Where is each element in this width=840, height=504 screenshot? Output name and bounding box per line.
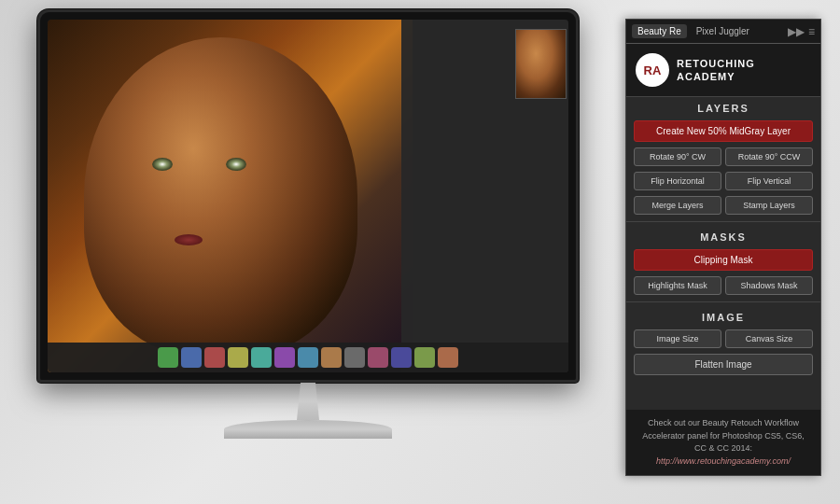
thumbnail-photo <box>515 29 567 99</box>
layers-masks-divider <box>626 221 820 222</box>
logo-initials: RA <box>636 53 669 87</box>
eye-right <box>226 158 246 171</box>
dock-icon-7[interactable] <box>298 347 318 368</box>
create-midgray-button[interactable]: Create New 50% MidGray Layer <box>634 120 813 142</box>
portrait-face <box>84 37 357 355</box>
merge-layers-button[interactable]: Merge Layers <box>634 196 721 215</box>
portrait-area <box>48 20 413 372</box>
panel-logo: RA RETOUCHING ACADEMY <box>626 44 820 97</box>
highlights-shadows-row: Highlights Mask Shadows Mask <box>634 276 813 295</box>
image-canvas-row: Image Size Canvas Size <box>634 329 813 348</box>
rotate-buttons-row: Rotate 90° CW Rotate 90° CCW <box>634 147 813 166</box>
flip-buttons-row: Flip Horizontal Flip Vertical <box>634 172 813 190</box>
logo-name: RETOUCHING <box>677 57 755 70</box>
stamp-layers-button[interactable]: Stamp Layers <box>725 196 813 215</box>
image-section-header: IMAGE <box>626 306 820 327</box>
eye-left <box>152 158 173 171</box>
dock-icon-6[interactable] <box>274 347 295 368</box>
dock-icon-11[interactable] <box>391 347 412 368</box>
right-panel: Beauty Re Pixel Juggler ▶▶ ≡ RA RETOUCHI… <box>625 19 821 476</box>
dock-icon-3[interactable] <box>204 347 225 368</box>
dock-icon-5[interactable] <box>251 347 272 368</box>
dock-icon-4[interactable] <box>228 347 248 368</box>
canvas-size-button[interactable]: Canvas Size <box>725 329 813 348</box>
tab-beauty-retouch[interactable]: Beauty Re <box>632 24 687 38</box>
highlights-mask-button[interactable]: Highlights Mask <box>634 276 721 295</box>
panel-tab-arrows-icon[interactable]: ▶▶ <box>788 25 805 38</box>
dock-icon-8[interactable] <box>321 347 342 368</box>
dock-icon-13[interactable] <box>438 347 458 368</box>
masks-section-header: MASKS <box>626 226 820 246</box>
dock-icon-9[interactable] <box>344 347 365 368</box>
footer-line2: Accelerator panel for Photoshop CS5, CS6… <box>642 431 805 441</box>
monitor-base <box>224 420 392 439</box>
dock-icon-1[interactable] <box>158 347 178 368</box>
panel-tabs: Beauty Re Pixel Juggler ▶▶ ≡ <box>626 20 820 44</box>
panel-tab-menu-icon[interactable]: ≡ <box>808 25 815 38</box>
flatten-image-button[interactable]: Flatten Image <box>634 354 813 375</box>
monitor-wrapper <box>28 9 588 467</box>
logo-academy: ACADEMY <box>677 70 755 83</box>
mac-taskbar <box>48 343 568 372</box>
footer-link[interactable]: http://www.retouchingacademy.com/ <box>656 456 791 466</box>
monitor-bezel <box>40 12 576 380</box>
panel-footer: Check out our Beauty Retouch Workflow Ac… <box>626 410 820 475</box>
dock-icon-10[interactable] <box>368 347 388 368</box>
page-container: Beauty Re Pixel Juggler ▶▶ ≡ RA RETOUCHI… <box>0 0 840 504</box>
flip-horizontal-button[interactable]: Flip Horizontal <box>634 172 721 190</box>
footer-line3: CC & CC 2014: <box>694 443 752 453</box>
rotate-cw-button[interactable]: Rotate 90° CW <box>634 147 721 166</box>
ps-ui-overlay <box>401 20 568 372</box>
flip-vertical-button[interactable]: Flip Vertical <box>725 172 813 190</box>
merge-stamp-row: Merge Layers Stamp Layers <box>634 196 813 215</box>
tab-pixel-juggler[interactable]: Pixel Juggler <box>691 24 755 38</box>
shadows-mask-button[interactable]: Shadows Mask <box>725 276 813 295</box>
dock-icon-2[interactable] <box>181 347 202 368</box>
image-size-button[interactable]: Image Size <box>634 329 721 348</box>
footer-line1: Check out our Beauty Retouch Workflow <box>648 418 799 427</box>
monitor-screen <box>48 20 568 372</box>
rotate-ccw-button[interactable]: Rotate 90° CCW <box>725 147 813 166</box>
layers-section-header: LAYERS <box>626 97 820 118</box>
lips <box>175 234 203 245</box>
monitor-neck <box>289 383 327 420</box>
clipping-mask-button[interactable]: Clipping Mask <box>634 249 813 271</box>
dock-icon-12[interactable] <box>414 347 435 368</box>
monitor-body <box>37 9 579 383</box>
masks-image-divider <box>626 301 820 302</box>
